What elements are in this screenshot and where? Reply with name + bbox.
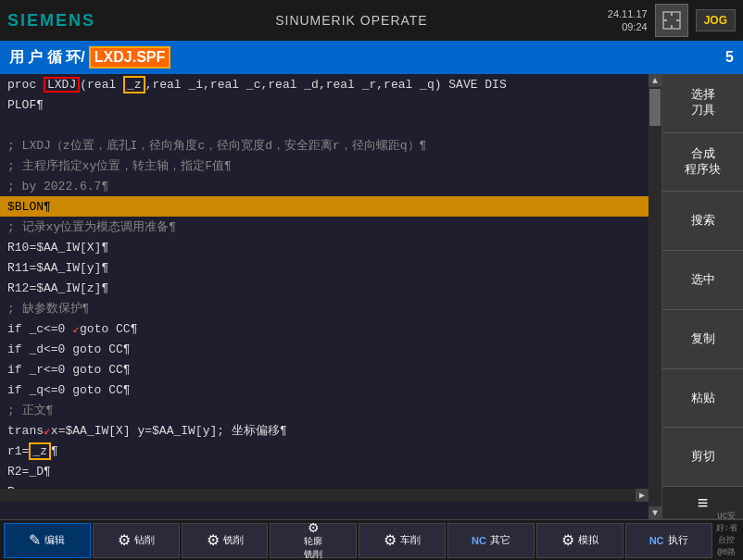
title-line-number: 5 <box>725 49 734 66</box>
title-bar: 用 户 循 环/LXDJ.SPF 5 <box>0 41 743 74</box>
top-right-section: 24.11.17 09:24 JOG <box>608 4 736 37</box>
copy-button[interactable]: 复制 <box>662 310 743 369</box>
simulate-label: 模拟 <box>578 533 598 547</box>
title-text: 用 户 循 环/LXDJ.SPF <box>9 46 170 68</box>
code-text: R10=$AA_IW[X]¶ <box>7 241 108 255</box>
code-line-3[interactable] <box>0 115 649 135</box>
other-icon: NC <box>472 535 486 546</box>
code-text: R12=$AA_IW[z]¶ <box>7 281 108 295</box>
other-button[interactable]: NC 其它 <box>447 523 535 558</box>
code-line-1[interactable]: proc LXDJ(real _z,real _i,real _c,real _… <box>0 74 649 94</box>
code-line-12[interactable]: ; 缺参数保护¶ <box>0 298 649 318</box>
code-text: trans↙x=$AA_IW[X] y=$AA_IW[y]; 坐标偏移¶ <box>7 422 287 439</box>
main-layout: proc LXDJ(real _z,real _i,real _c,real _… <box>0 74 743 519</box>
code-text: ; LXDJ（z位置，底孔I，径向角度c，径向宽度d，安全距离r，径向螺距q）¶ <box>7 137 426 154</box>
code-text: ; 主程序指定xy位置，转主轴，指定F值¶ <box>7 157 232 174</box>
code-line-8[interactable]: ; 记录xy位置为模态调用准备¶ <box>0 217 649 237</box>
code-text: ; by 2022.6.7¶ <box>7 180 108 193</box>
r1z-highlight: _z <box>29 442 51 460</box>
simulate-button[interactable]: ⚙ 模拟 <box>536 523 623 558</box>
code-line-17[interactable]: ; 正文¶ <box>0 400 649 420</box>
code-line-10[interactable]: R11=$AA_IW[y]¶ <box>0 257 649 278</box>
jog-label: JOG <box>696 9 736 31</box>
title-filename: LXDJ.SPF <box>89 46 170 68</box>
code-text: if _d<=0 goto CC¶ <box>7 342 131 356</box>
sinumerik-title: SINUMERIK OPERATE <box>275 13 428 28</box>
code-text: $BLON¶ <box>7 200 51 214</box>
other-label: 其它 <box>490 533 510 547</box>
status-info-area: UC安好:省台控@0路段103 <box>714 523 740 558</box>
z-highlight: _z <box>123 76 145 93</box>
edit-label: 编辑 <box>44 533 65 547</box>
code-text: if _r<=0 goto CC¶ <box>7 363 131 377</box>
code-line-11[interactable]: R12=$AA_IW[z]¶ <box>0 278 649 298</box>
scroll-thumb[interactable] <box>649 89 661 126</box>
status-text: UC安好:省台控@0路段103 <box>714 510 740 560</box>
choose-tool-button[interactable]: 选择刀具 <box>662 74 743 133</box>
code-line-9[interactable]: R10=$AA_IW[X]¶ <box>0 237 649 257</box>
mill-icon: ⚙ <box>207 531 220 549</box>
code-text: r1=_z¶ <box>7 442 58 460</box>
code-text: ; 记录xy位置为模态调用准备¶ <box>7 218 176 235</box>
siemens-logo: SIEMENS <box>7 11 95 31</box>
code-line-20[interactable]: R2=_D¶ <box>0 461 649 481</box>
turn-icon: ⚙ <box>384 531 397 549</box>
code-line-16[interactable]: if _q<=0 goto CC¶ <box>0 380 649 400</box>
mill-button[interactable]: ⚙ 铣削 <box>182 523 269 558</box>
code-line-7[interactable]: $BLON¶ <box>0 196 649 217</box>
horizontal-scrollbar[interactable]: ▶ <box>0 489 649 502</box>
bottom-toolbar: ✎ 编辑 ⚙ 钻削 ⚙ 铣削 ⚙ 轮廓铣削 ⚙ 车削 NC 其它 ⚙ 模拟 NC… <box>0 519 743 560</box>
code-text: ; 缺参数保护¶ <box>7 300 89 317</box>
title-prefix: 用 户 循 环/ <box>9 48 85 68</box>
contour-mill-label: 轮廓铣削 <box>304 535 322 561</box>
top-bar: SIEMENS SINUMERIK OPERATE 24.11.17 09:24… <box>0 0 743 41</box>
code-line-13[interactable]: if _c<=0 ↙goto CC¶ <box>0 318 649 339</box>
turn-button[interactable]: ⚙ 车削 <box>359 523 446 558</box>
code-text: PLOF¶ <box>7 98 44 112</box>
scroll-right-btn[interactable]: ▶ <box>636 489 649 502</box>
datetime-display: 24.11.17 09:24 <box>608 7 648 34</box>
drill-icon: ⚙ <box>118 531 131 549</box>
code-text: R11=$AA_IW[y]¶ <box>7 261 108 275</box>
code-text: if _q<=0 goto CC¶ <box>7 383 131 397</box>
edit-button[interactable]: ✎ 编辑 <box>4 523 91 558</box>
execute-button[interactable]: NC 执行 <box>625 523 712 558</box>
contour-mill-icon: ⚙ <box>308 520 320 535</box>
code-line-18[interactable]: trans↙x=$AA_IW[X] y=$AA_IW[y]; 坐标偏移¶ <box>0 420 649 441</box>
right-sidebar: 选择刀具 合成程序块 搜索 选中 复制 粘贴 剪切 ≡ <box>661 74 743 519</box>
code-line-6[interactable]: ; by 2022.6.7¶ <box>0 176 649 196</box>
simulate-icon: ⚙ <box>561 531 574 549</box>
select-button[interactable]: 选中 <box>662 251 743 310</box>
paste-button[interactable]: 粘贴 <box>662 369 743 429</box>
search-button[interactable]: 搜索 <box>662 192 743 251</box>
jog-mode-icon <box>655 4 688 37</box>
execute-label: 执行 <box>668 533 688 547</box>
drill-button[interactable]: ⚙ 钻削 <box>93 523 180 558</box>
scroll-up-btn[interactable]: ▲ <box>649 74 661 87</box>
code-text: ; 正文¶ <box>7 402 53 418</box>
code-line-2[interactable]: PLOF¶ <box>0 94 649 115</box>
scroll-down-btn[interactable]: ▼ <box>649 506 661 519</box>
code-content[interactable]: proc LXDJ(real _z,real _i,real _c,real _… <box>0 74 649 519</box>
code-line-14[interactable]: if _d<=0 goto CC¶ <box>0 339 649 359</box>
code-text: R2=_D¶ <box>7 465 51 479</box>
code-area[interactable]: proc LXDJ(real _z,real _i,real _c,real _… <box>0 74 661 519</box>
drill-label: 钻削 <box>134 533 155 547</box>
vertical-scrollbar[interactable]: ▲ ▼ <box>649 74 661 519</box>
execute-icon: NC <box>649 535 664 546</box>
edit-icon: ✎ <box>29 531 41 549</box>
code-wrapper: proc LXDJ(real _z,real _i,real _c,real _… <box>0 74 661 519</box>
code-text <box>7 118 15 132</box>
code-line-4[interactable]: ; LXDJ（z位置，底孔I，径向角度c，径向宽度d，安全距离r，径向螺距q）¶ <box>0 135 649 156</box>
code-line-5[interactable]: ; 主程序指定xy位置，转主轴，指定F值¶ <box>0 156 649 176</box>
lxdj-highlight: LXDJ <box>44 77 80 93</box>
contour-mill-button[interactable]: ⚙ 轮廓铣削 <box>270 523 357 558</box>
cut-button[interactable]: 剪切 <box>662 428 743 487</box>
mill-label: 铣削 <box>223 533 244 547</box>
code-text: if _c<=0 ↙goto CC¶ <box>7 321 137 336</box>
compose-block-button[interactable]: 合成程序块 <box>662 133 743 193</box>
turn-label: 车削 <box>400 533 421 547</box>
code-text: proc LXDJ(real _z,real _i,real _c,real _… <box>7 76 507 93</box>
code-line-15[interactable]: if _r<=0 goto CC¶ <box>0 359 649 380</box>
code-line-19[interactable]: r1=_z¶ <box>0 441 649 461</box>
